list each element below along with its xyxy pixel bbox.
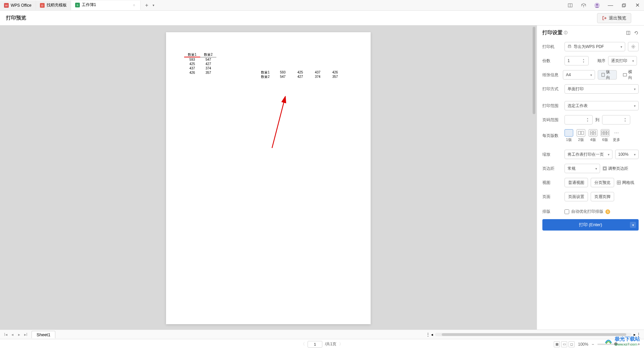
layout-more[interactable]: ⋯更多 <box>613 129 620 142</box>
tab-bar: W WPS Office D 找稻壳模板 S 工作簿1 ○ + ▾ — ✕ <box>0 0 644 11</box>
avatar-icon[interactable] <box>590 0 604 11</box>
header-footer-button[interactable]: 页眉页脚 <box>591 192 614 201</box>
window-controls: — ✕ <box>564 0 644 11</box>
page-prev-button[interactable]: 〈 <box>301 341 305 347</box>
refresh-icon[interactable] <box>634 31 639 35</box>
svg-text:S: S <box>76 4 78 7</box>
layout-label: 排版 <box>542 209 562 214</box>
svg-rect-15 <box>623 4 626 6</box>
tab-templates[interactable]: D 找稻壳模板 <box>36 1 71 10</box>
new-tab-button[interactable]: + <box>143 1 151 9</box>
tab-dropdown[interactable]: ▾ <box>151 1 156 9</box>
view-mode-buttons: ▦ ▭ ◻ <box>554 341 575 347</box>
svg-rect-33 <box>602 133 604 135</box>
page-number-input[interactable] <box>308 341 322 348</box>
prev-sheet-button[interactable]: ◂ <box>10 332 15 337</box>
gridlines-button[interactable]: 网格线 <box>617 178 638 187</box>
page-to-label: 到 <box>595 117 599 123</box>
first-sheet-button[interactable]: I◂ <box>3 332 8 337</box>
tab-label: 工作簿1 <box>82 2 96 8</box>
scale-pct-select[interactable]: 100%▾ <box>615 150 639 159</box>
normal-view-button[interactable]: 普通视图 <box>565 178 588 187</box>
close-button[interactable]: ✕ <box>631 0 644 11</box>
page-setup-button[interactable]: 页面设置 <box>565 192 588 201</box>
layout-icon[interactable] <box>564 0 577 11</box>
adjust-margin-button[interactable]: 调整页边距 <box>603 164 632 173</box>
zoom-out-button[interactable]: − <box>592 342 594 347</box>
help-icon[interactable]: ⓘ <box>564 30 568 35</box>
layout-1up[interactable]: 1版 <box>565 129 573 142</box>
copies-input[interactable]: 1▴▾ <box>565 56 589 65</box>
next-sheet-button[interactable]: ▸ <box>17 332 21 337</box>
print-dropdown[interactable]: ▾ <box>630 222 636 228</box>
scale-select[interactable]: 将工作表打印在一页▾ <box>565 150 612 159</box>
tab-label: WPS Office <box>11 3 32 8</box>
vertical-scrollbar[interactable] <box>533 26 536 330</box>
scale-label: 缩放 <box>542 152 562 157</box>
printer-label: 打印机 <box>542 44 562 50</box>
margin-label: 页边距 <box>542 166 562 171</box>
restore-panel-icon[interactable] <box>626 31 631 35</box>
last-sheet-button[interactable]: ▸I <box>23 332 28 337</box>
cube-icon[interactable] <box>577 0 590 11</box>
sheet-tab[interactable]: Sheet1 <box>32 331 55 338</box>
page-next-button[interactable]: 〉 <box>339 341 343 347</box>
paper-size-select[interactable]: A4▾ <box>563 70 595 80</box>
view-single-icon[interactable]: ▭ <box>561 341 567 347</box>
landscape-icon <box>623 73 627 77</box>
portrait-icon <box>601 73 605 77</box>
exit-preview-label: 退出预览 <box>609 15 626 21</box>
zoom-label: 100% <box>578 342 588 347</box>
tab-label: 找稻壳模板 <box>47 2 67 8</box>
page-range-label: 页码范围 <box>542 117 562 123</box>
printer-select[interactable]: 导出为WPS PDF▾ <box>565 42 625 51</box>
per-page-label: 每页版数 <box>542 133 562 139</box>
view-grid-icon[interactable]: ▦ <box>554 341 560 347</box>
svg-marker-8 <box>582 3 586 5</box>
page-break-view-button[interactable]: 分页预览 <box>591 178 614 187</box>
scroll-left-icon[interactable]: ⋮ ◂ <box>426 332 433 337</box>
wps-logo-icon: W <box>4 3 9 8</box>
svg-rect-20 <box>569 45 571 46</box>
svg-rect-22 <box>602 73 604 77</box>
maximize-button[interactable] <box>617 0 631 11</box>
svg-line-16 <box>272 99 285 148</box>
svg-rect-34 <box>604 133 606 135</box>
duplex-select[interactable]: 单面打印▾ <box>565 84 639 94</box>
margin-select[interactable]: 常规▾ <box>565 164 600 173</box>
main-area: 数量1 数量2 593547 425427 437374 426357 数量15… <box>0 26 644 330</box>
svg-rect-29 <box>593 133 596 135</box>
layout-6up[interactable]: 6版 <box>601 129 609 142</box>
tab-wps-office[interactable]: W WPS Office <box>0 1 36 10</box>
print-settings-panel: 打印设置 ⓘ 打印机 导出为WPS PDF▾ 份数 1▴▾ 顺序 逐页打印▾ 纸… <box>537 26 644 330</box>
minimize-button[interactable]: — <box>604 0 617 11</box>
svg-text:W: W <box>5 4 8 7</box>
table-vertical: 数量1 数量2 593547 425427 437374 426357 <box>184 52 216 75</box>
exit-preview-button[interactable]: 退出预览 <box>597 13 631 23</box>
print-button[interactable]: 打印 (Enter) ▾ <box>542 219 639 231</box>
circle-icon[interactable]: ○ <box>131 3 136 7</box>
order-select[interactable]: 逐页打印▾ <box>608 56 637 65</box>
margin-icon <box>603 166 607 170</box>
order-label: 顺序 <box>597 58 605 64</box>
landscape-button[interactable]: 横向 <box>620 70 639 80</box>
preview-canvas: 数量1 数量2 593547 425427 437374 426357 数量15… <box>0 26 537 330</box>
page-preview: 数量1 数量2 593547 425427 437374 426357 数量15… <box>166 32 371 324</box>
layout-2up[interactable]: 2版 <box>577 129 585 142</box>
print-range-select[interactable]: 选定工作表▾ <box>565 101 639 110</box>
layout-4up[interactable]: 4版 <box>589 129 597 142</box>
duplex-label: 打印方式 <box>542 86 562 92</box>
svg-rect-24 <box>578 131 581 135</box>
tab-workbook[interactable]: S 工作簿1 ○ <box>71 1 141 10</box>
portrait-button[interactable]: 纵向 <box>598 70 617 80</box>
grid-icon <box>617 181 621 185</box>
printer-settings-button[interactable] <box>628 42 639 51</box>
page-total-label: /共1页 <box>325 341 336 347</box>
svg-rect-23 <box>623 73 627 76</box>
page-from-input[interactable]: ▴▾ <box>565 115 593 124</box>
view-page-icon[interactable]: ◻ <box>569 341 575 347</box>
spreadsheet-icon: S <box>75 3 80 7</box>
col-header: 数量2 <box>200 52 216 57</box>
auto-optimize-checkbox[interactable]: 自动优化打印排版 S <box>565 209 610 214</box>
page-to-input[interactable]: ▴▾ <box>602 115 630 124</box>
